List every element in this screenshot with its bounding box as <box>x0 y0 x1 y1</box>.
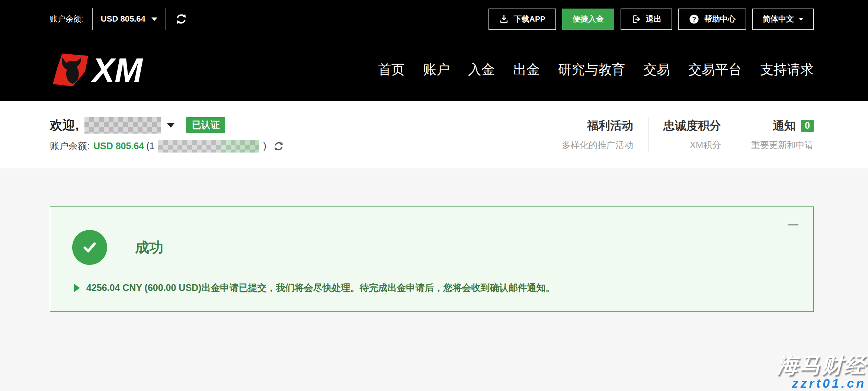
quick-deposit-label: 便捷入金 <box>573 14 604 24</box>
refresh-balance-button[interactable] <box>175 13 188 25</box>
balance-label: 账户余额: <box>50 140 90 152</box>
loyalty-title: 忠诚度积分 <box>663 118 721 134</box>
help-icon: ? <box>689 14 699 25</box>
language-selector[interactable]: 简体中文 <box>752 9 814 30</box>
account-balance-dropdown[interactable]: USD 805.64 <box>92 8 166 30</box>
language-label: 简体中文 <box>763 14 794 24</box>
welcome-section: 欢迎, 已认证 账户余额: USD 805.64 (1 ) <box>0 101 868 168</box>
nav-item-deposit[interactable]: 入金 <box>468 61 495 79</box>
minimize-icon[interactable] <box>788 224 798 225</box>
nav-item-account[interactable]: 账户 <box>423 61 450 79</box>
main-header: XM 首页 账户 入金 出金 研究与教育 交易 交易平台 支持请求 <box>0 38 868 101</box>
promotions-subtitle: 多样化的推广活动 <box>562 139 633 151</box>
quick-link-loyalty[interactable]: 忠诚度积分 XM积分 <box>648 117 736 153</box>
download-icon <box>499 14 509 24</box>
download-app-button[interactable]: 下载APP <box>489 9 556 30</box>
logo-text: XM <box>90 52 143 88</box>
help-center-label: 帮助中心 <box>704 14 736 24</box>
welcome-greeting: 欢迎, <box>50 117 79 134</box>
logout-label: 退出 <box>646 14 662 24</box>
xm-logo[interactable]: XM <box>50 52 151 88</box>
content-area: 成功 4256.04 CNY (600.00 USD)出金申请已提交，我们将会尽… <box>0 168 868 391</box>
verified-badge: 已认证 <box>186 117 225 133</box>
chevron-down-icon[interactable] <box>167 123 175 128</box>
account-number-redacted <box>158 140 259 153</box>
username-redacted <box>84 117 161 134</box>
main-nav: 首页 账户 入金 出金 研究与教育 交易 交易平台 支持请求 <box>378 61 814 79</box>
account-balance-label: 账户余额: <box>50 14 83 24</box>
top-utility-bar: 账户余额: USD 805.64 下载APP <box>0 0 868 38</box>
nav-item-home[interactable]: 首页 <box>378 61 405 79</box>
quick-link-notifications[interactable]: 通知 0 重要更新和申请 <box>736 117 814 153</box>
svg-text:?: ? <box>692 15 696 23</box>
alert-message: 4256.04 CNY (600.00 USD)出金申请已提交，我们将会尽快处理… <box>86 282 555 294</box>
logout-icon <box>631 14 641 24</box>
quick-link-promotions[interactable]: 福利活动 多样化的推广活动 <box>562 117 648 153</box>
chevron-down-icon <box>799 18 803 20</box>
refresh-icon <box>175 13 188 25</box>
help-center-button[interactable]: ? 帮助中心 <box>678 9 746 30</box>
nav-item-platforms[interactable]: 交易平台 <box>688 61 742 79</box>
notifications-subtitle: 重要更新和申请 <box>751 139 814 151</box>
check-icon <box>80 238 99 257</box>
nav-item-support[interactable]: 支持请求 <box>760 61 814 79</box>
success-alert: 成功 4256.04 CNY (600.00 USD)出金申请已提交，我们将会尽… <box>50 206 814 312</box>
refresh-icon <box>273 141 284 152</box>
download-app-label: 下载APP <box>514 14 545 24</box>
promotions-title: 福利活动 <box>562 118 633 134</box>
logout-button[interactable]: 退出 <box>621 9 672 30</box>
account-balance-value: USD 805.64 <box>101 14 145 24</box>
account-number-open: (1 <box>146 141 154 151</box>
xm-bull-logo-icon: XM <box>50 52 151 88</box>
success-check-circle <box>72 230 107 265</box>
nav-item-trading[interactable]: 交易 <box>643 61 670 79</box>
loyalty-subtitle: XM积分 <box>663 139 721 151</box>
nav-item-withdraw[interactable]: 出金 <box>513 61 540 79</box>
chevron-down-icon <box>151 17 157 21</box>
triangle-bullet-icon <box>74 284 80 292</box>
account-number-close: ) <box>263 141 266 151</box>
balance-value: USD 805.64 <box>93 141 144 151</box>
notifications-title: 通知 <box>773 118 796 134</box>
notifications-count-badge: 0 <box>801 120 814 132</box>
refresh-account-button[interactable] <box>273 141 284 152</box>
quick-deposit-button[interactable]: 便捷入金 <box>562 9 614 30</box>
quick-links: 福利活动 多样化的推广活动 忠诚度积分 XM积分 通知 0 重要更新和申请 <box>562 117 814 153</box>
alert-title: 成功 <box>135 238 163 257</box>
nav-item-research-education[interactable]: 研究与教育 <box>558 61 625 79</box>
